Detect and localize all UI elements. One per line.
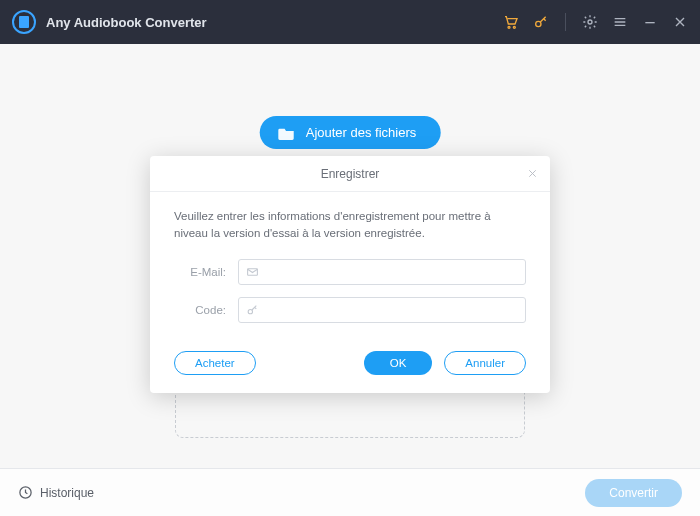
titlebar-actions [503, 13, 688, 31]
history-link[interactable]: Historique [18, 485, 94, 500]
key-icon [246, 303, 259, 316]
add-files-button[interactable]: Ajouter des fichiers [260, 116, 441, 149]
cart-icon[interactable] [503, 14, 519, 30]
register-dialog: Enregistrer Veuillez entrer les informat… [150, 156, 550, 393]
ok-button[interactable]: OK [364, 351, 433, 375]
clock-icon [18, 485, 33, 500]
email-label: E-Mail: [174, 266, 238, 278]
cancel-button[interactable]: Annuler [444, 351, 526, 375]
separator [565, 13, 566, 31]
close-icon[interactable] [672, 14, 688, 30]
dialog-body: Veuillez entrer les informations d'enreg… [150, 192, 550, 343]
dialog-footer: Acheter OK Annuler [150, 343, 550, 393]
buy-button[interactable]: Acheter [174, 351, 256, 375]
footer: Historique Convertir [0, 468, 700, 516]
history-label: Historique [40, 486, 94, 500]
code-row: Code: [174, 297, 526, 323]
email-field[interactable] [265, 266, 519, 278]
convert-button[interactable]: Convertir [585, 479, 682, 507]
folder-icon [278, 126, 296, 140]
key-icon[interactable] [533, 14, 549, 30]
dialog-instruction: Veuillez entrer les informations d'enreg… [174, 208, 526, 243]
svg-point-2 [536, 21, 541, 26]
dialog-title: Enregistrer [321, 167, 380, 181]
svg-point-1 [513, 26, 515, 28]
code-input-wrap[interactable] [238, 297, 526, 323]
svg-point-0 [508, 26, 510, 28]
mail-icon [246, 265, 259, 278]
gear-icon[interactable] [582, 14, 598, 30]
app-title: Any Audiobook Converter [46, 15, 207, 30]
code-field[interactable] [265, 304, 519, 316]
svg-point-6 [248, 309, 252, 313]
menu-icon[interactable] [612, 14, 628, 30]
svg-point-3 [588, 20, 592, 24]
dialog-close-icon[interactable] [524, 166, 540, 182]
code-label: Code: [174, 304, 238, 316]
app-logo-icon [12, 10, 36, 34]
email-input-wrap[interactable] [238, 259, 526, 285]
titlebar: Any Audiobook Converter [0, 0, 700, 44]
dialog-header: Enregistrer [150, 156, 550, 192]
minimize-icon[interactable] [642, 14, 658, 30]
email-row: E-Mail: [174, 259, 526, 285]
add-files-label: Ajouter des fichiers [306, 125, 417, 140]
